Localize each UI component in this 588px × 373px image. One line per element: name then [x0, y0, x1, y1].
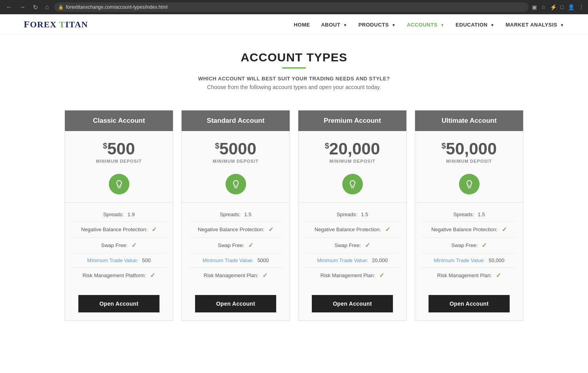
subtitle-upper: WHICH ACCOUNT WILL BEST SUIT YOUR TRADIN… [64, 76, 524, 82]
lightbulb-icon-premium [342, 174, 363, 194]
spreads-row-standard: Spreads: 1.5 [189, 207, 283, 222]
rmp-check: ✓ [377, 272, 384, 279]
nav-about[interactable]: ABOUT ▼ [321, 21, 347, 28]
open-account-button-standard[interactable]: Open Account [195, 295, 276, 312]
mtv-label: Minimum Trade Value: [87, 257, 138, 263]
deposit-amount-classic: $500 [69, 141, 169, 157]
rmp-check: ✓ [494, 272, 501, 279]
card-header-premium: Premium Account [298, 110, 406, 131]
card-title-standard: Standard Account [186, 117, 286, 125]
open-account-button-ultimate[interactable]: Open Account [429, 295, 510, 312]
swap-check: ✓ [480, 242, 487, 249]
nbp-label: Negative Balance Protection: [431, 226, 498, 232]
spreads-value: 1.5 [360, 211, 368, 217]
mtv-row-classic: Minimum Trade Value: 500 [72, 253, 166, 268]
menu-icon[interactable]: ⋮ [579, 4, 584, 10]
open-account-button-classic[interactable]: Open Account [78, 295, 159, 312]
nav-products[interactable]: PRODUCTS ▼ [358, 21, 396, 28]
card-icon-row-standard [182, 167, 290, 203]
profile-icon[interactable]: 👤 [568, 4, 575, 10]
nav-market-analysis[interactable]: MARKET ANALYSIS ▼ [506, 21, 564, 28]
lightbulb-icon-standard [226, 174, 246, 194]
mtv-row-premium: Minimum Trade Value: 20,000 [305, 253, 399, 268]
rmp-row-classic: Risk Management Platform: ✓ [72, 268, 166, 283]
card-header-classic: Classic Account [65, 110, 173, 131]
card-features-premium: Spreads: 1.5 Negative Balance Protection… [298, 203, 406, 288]
page-content: ACCOUNT TYPES WHICH ACCOUNT WILL BEST SU… [57, 35, 531, 344]
mtv-label: Minimum Trade Value: [203, 257, 254, 263]
rmp-check: ✓ [261, 272, 267, 279]
mtv-value: 50,000 [487, 257, 504, 263]
swap-row-standard: Swap Free: ✓ [189, 238, 283, 253]
address-bar[interactable]: 🔒 forextitanxchange.com/account-types/in… [54, 2, 529, 12]
mtv-value: 500 [140, 257, 150, 263]
card-deposit-premium: $20,000 MINIMUM DEPOSIT [298, 131, 406, 167]
rmp-row-standard: Risk Management Plan: ✓ [189, 268, 283, 283]
swap-row-classic: Swap Free: ✓ [72, 238, 166, 253]
deposit-amount-premium: $20,000 [302, 141, 402, 157]
spreads-label: Spreads: [220, 211, 241, 217]
account-card-classic: Classic Account $500 MINIMUM DEPOSIT Spr… [64, 110, 173, 321]
window-icon[interactable]: □ [561, 4, 564, 10]
nbp-label: Negative Balance Protection: [315, 226, 381, 232]
rmp-label: Risk Management Platform: [83, 272, 146, 278]
spreads-value: 1.5 [476, 211, 485, 217]
card-cta-classic: Open Account [65, 288, 173, 320]
mtv-label: Minimum Trade Value: [317, 257, 368, 263]
extensions-icon[interactable]: ⚡ [550, 4, 557, 10]
browser-chrome: ← → ↻ ⌂ 🔒 forextitanxchange.com/account-… [0, 0, 588, 14]
lock-icon: 🔒 [58, 5, 64, 10]
nbp-row-classic: Negative Balance Protection: ✓ [72, 222, 166, 238]
swap-label: Swap Free: [218, 242, 244, 248]
account-card-premium: Premium Account $20,000 MINIMUM DEPOSIT … [298, 110, 407, 321]
card-icon-row-ultimate [415, 167, 523, 203]
card-icon-row-premium [298, 167, 406, 203]
logo[interactable]: FOREX TITAN [24, 19, 88, 30]
deposit-label-premium: MINIMUM DEPOSIT [302, 159, 402, 164]
spreads-value: 1.5 [243, 211, 252, 217]
home-button[interactable]: ⌂ [43, 3, 51, 11]
back-button[interactable]: ← [4, 3, 14, 11]
nav-links: HOME ABOUT ▼ PRODUCTS ▼ ACCOUNTS ▼ EDUCA… [294, 21, 564, 28]
mtv-row-standard: Minimum Trade Value: 5000 [189, 253, 283, 268]
deposit-amount-ultimate: $50,000 [419, 141, 519, 157]
card-features-classic: Spreads: 1.9 Negative Balance Protection… [65, 203, 173, 288]
account-card-ultimate: Ultimate Account $50,000 MINIMUM DEPOSIT… [415, 110, 524, 321]
nbp-check: ✓ [383, 226, 390, 233]
nbp-check: ✓ [267, 226, 273, 233]
card-title-ultimate: Ultimate Account [419, 117, 519, 125]
reload-button[interactable]: ↻ [31, 3, 40, 12]
mtv-value: 20,000 [370, 257, 387, 263]
deposit-label-standard: MINIMUM DEPOSIT [186, 159, 286, 164]
swap-row-ultimate: Swap Free: ✓ [422, 238, 516, 253]
card-cta-premium: Open Account [298, 288, 406, 320]
screenshot-icon[interactable]: ▣ [532, 4, 537, 10]
forward-button[interactable]: → [17, 3, 28, 11]
navbar: FOREX TITAN HOME ABOUT ▼ PRODUCTS ▼ ACCO… [0, 14, 588, 35]
nbp-row-premium: Negative Balance Protection: ✓ [305, 222, 399, 238]
card-cta-standard: Open Account [182, 288, 290, 320]
nav-accounts[interactable]: ACCOUNTS ▼ [407, 21, 444, 28]
card-features-ultimate: Spreads: 1.5 Negative Balance Protection… [415, 203, 523, 288]
spreads-label: Spreads: [453, 211, 474, 217]
mtv-row-ultimate: Minimum Trade Value: 50,000 [422, 253, 516, 268]
nbp-label: Negative Balance Protection: [81, 226, 148, 232]
swap-check: ✓ [130, 242, 137, 249]
nav-home[interactable]: HOME [294, 21, 310, 28]
swap-label: Swap Free: [101, 242, 127, 248]
rmp-check: ✓ [148, 272, 155, 279]
title-underline [282, 67, 306, 69]
rmp-label: Risk Management Plan: [204, 272, 258, 278]
open-account-button-premium[interactable]: Open Account [312, 295, 393, 312]
deposit-label-ultimate: MINIMUM DEPOSIT [419, 159, 519, 164]
swap-label: Swap Free: [451, 242, 478, 248]
nav-education[interactable]: EDUCATION ▼ [455, 21, 494, 28]
card-deposit-ultimate: $50,000 MINIMUM DEPOSIT [415, 131, 523, 167]
mtv-label: Minimum Trade Value: [434, 257, 485, 263]
spreads-label: Spreads: [103, 211, 124, 217]
rmp-row-premium: Risk Management Plan: ✓ [305, 268, 399, 283]
swap-label: Swap Free: [335, 242, 361, 248]
bookmark-icon[interactable]: ☆ [541, 4, 546, 10]
nbp-check: ✓ [150, 226, 157, 233]
deposit-amount-standard: $5000 [186, 141, 286, 157]
